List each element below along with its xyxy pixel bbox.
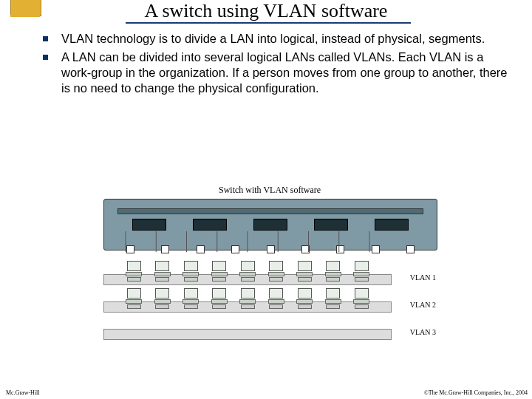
switch-port (197, 245, 205, 253)
switch-port (126, 245, 134, 253)
computer-icon (154, 261, 171, 284)
computer-icon (154, 288, 171, 311)
bullet-list: VLAN technology is to divide a LAN into … (43, 31, 514, 99)
switch-slot (253, 219, 287, 231)
computer-icon (183, 288, 199, 311)
figure-caption: Switch with VLAN software (103, 185, 436, 196)
computer-icon (239, 261, 256, 284)
switch-port (406, 245, 415, 253)
computer-icon (183, 261, 199, 284)
switch-slot (193, 219, 227, 231)
switch-box (103, 199, 437, 250)
computer-icon (325, 288, 341, 311)
switch-port-row (126, 245, 415, 253)
switch-port (336, 245, 344, 253)
switch-slot (375, 219, 409, 231)
switch-port (301, 245, 310, 253)
computer-icon (126, 261, 142, 284)
footer-left: Mc.Graw-Hill (6, 389, 40, 396)
pc-row (126, 288, 369, 311)
bullet-square-icon (43, 36, 48, 41)
switch-slot-row (132, 219, 409, 229)
lan-row: VLAN 1 (103, 261, 436, 284)
computer-icon (325, 261, 341, 284)
switch-port (372, 245, 380, 253)
computer-icon (353, 288, 369, 311)
bullet-text: VLAN technology is to divide a LAN into … (61, 31, 485, 47)
bullet-text: A LAN can be divided into several logica… (61, 50, 514, 96)
switch-inner-bar (117, 208, 423, 214)
footer-right: ©The Mc.Graw-Hill Companies, Inc., 2004 (424, 389, 528, 396)
lan-row: VLAN 2 (103, 288, 436, 312)
computer-icon (296, 288, 313, 311)
lan-label: VLAN 3 (410, 328, 436, 336)
lan-row: VLAN 3 (103, 316, 436, 339)
bullet-item: VLAN technology is to divide a LAN into … (43, 31, 514, 47)
computer-icon (268, 261, 284, 284)
slide: A switch using VLAN software VLAN techno… (0, 0, 532, 399)
computer-icon (211, 261, 228, 284)
figure: Switch with VLAN software VLAN 1VLAN 2VL… (103, 185, 436, 343)
switch-port (267, 245, 275, 253)
computer-icon (296, 261, 313, 284)
lan-stack: VLAN 1VLAN 2VLAN 3 (103, 261, 436, 339)
switch-port (231, 245, 239, 253)
switch-slot (314, 219, 348, 231)
computer-icon (126, 288, 142, 311)
bullet-item: A LAN can be divided into several logica… (43, 50, 514, 96)
slide-title: A switch using VLAN software (0, 0, 532, 22)
computer-icon (211, 288, 228, 311)
computer-icon (268, 288, 284, 311)
lan-band (103, 329, 392, 340)
switch-slot (132, 219, 166, 231)
title-underline (126, 22, 411, 24)
lan-label: VLAN 2 (410, 301, 436, 309)
pc-row (126, 261, 369, 284)
lan-label: VLAN 1 (410, 273, 436, 282)
bullet-square-icon (43, 55, 48, 60)
switch-port (161, 245, 169, 253)
computer-icon (353, 261, 369, 284)
computer-icon (239, 288, 256, 311)
